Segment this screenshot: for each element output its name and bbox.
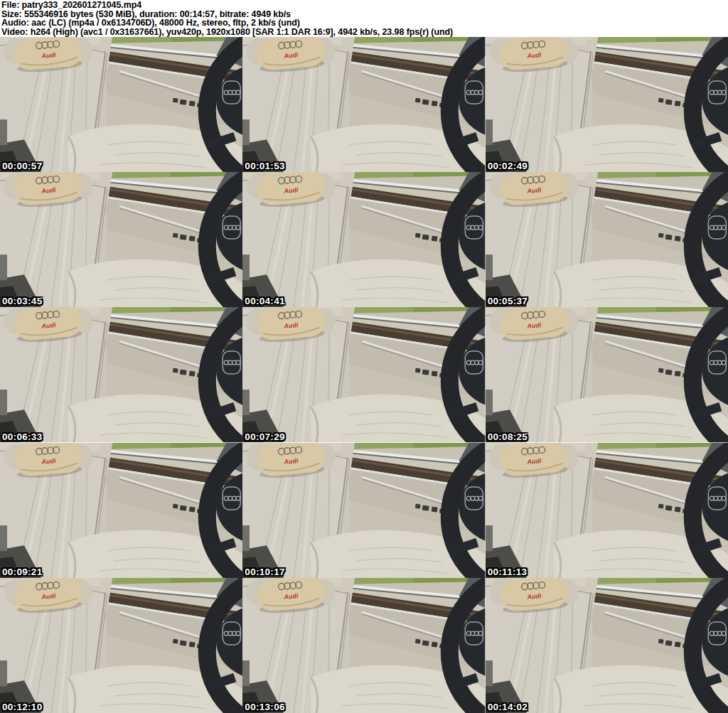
video-thumbnail[interactable]: 00:13:06: [242, 578, 485, 713]
thumbnail-image: [242, 578, 485, 713]
video-thumbnail[interactable]: 00:14:02: [486, 578, 728, 713]
thumbnail-image: [0, 307, 242, 442]
timestamp-overlay: 00:04:41: [245, 296, 284, 306]
file-info-line: File: patry333_202601271045.mp4: [1, 1, 728, 10]
timestamp-overlay: 00:00:57: [2, 161, 42, 171]
timestamp-overlay: 00:11:13: [488, 567, 528, 577]
thumbnail-image: [242, 443, 485, 578]
timestamp-overlay: 00:06:33: [2, 431, 42, 442]
timestamp-overlay: 00:14:02: [488, 702, 528, 712]
thumbnail-image: [242, 37, 485, 172]
video-thumbnail[interactable]: 00:08:25: [486, 307, 728, 442]
video-thumbnail[interactable]: 00:07:29: [242, 307, 485, 442]
video-thumbnail[interactable]: 00:03:45: [0, 172, 242, 307]
timestamp-overlay: 00:08:25: [488, 431, 528, 442]
thumbnail-image: [0, 578, 242, 713]
video-thumbnail[interactable]: 00:06:33: [0, 307, 242, 442]
audio-info-line: Audio: aac (LC) (mp4a / 0x6134706D), 480…: [1, 18, 728, 28]
thumbnail-image: [0, 443, 242, 578]
thumbnail-grid: 00:00:57 00:01:53 00:02:49 00:03:45 00:0…: [0, 37, 728, 713]
timestamp-overlay: 00:05:37: [488, 296, 528, 306]
thumbnail-image: [486, 172, 728, 307]
timestamp-overlay: 00:09:21: [2, 567, 42, 577]
thumbnail-image: [0, 172, 242, 307]
video-thumbnail[interactable]: 00:11:13: [486, 443, 728, 578]
thumbnail-image: [486, 37, 728, 172]
video-thumbnail[interactable]: 00:01:53: [242, 37, 485, 172]
timestamp-overlay: 00:02:49: [488, 161, 528, 171]
video-thumbnail[interactable]: 00:12:10: [0, 578, 242, 713]
thumbnail-image: [486, 443, 728, 578]
video-info-line: Video: h264 (High) (avc1 / 0x31637661), …: [1, 28, 728, 37]
timestamp-overlay: 00:03:45: [2, 296, 42, 306]
media-info-header: File: patry333_202601271045.mp4 Size: 55…: [0, 0, 728, 37]
video-thumbnail[interactable]: 00:05:37: [486, 172, 728, 307]
timestamp-overlay: 00:01:53: [245, 161, 284, 171]
video-thumbnail[interactable]: 00:10:17: [242, 443, 485, 578]
timestamp-overlay: 00:07:29: [245, 431, 284, 442]
video-thumbnail[interactable]: 00:00:57: [0, 37, 242, 172]
thumbnail-image: [242, 172, 485, 307]
timestamp-overlay: 00:13:06: [245, 702, 284, 712]
video-thumbnail[interactable]: 00:09:21: [0, 443, 242, 578]
timestamp-overlay: 00:12:10: [2, 702, 42, 712]
thumbnail-image: [486, 307, 728, 442]
timestamp-overlay: 00:10:17: [245, 567, 284, 577]
video-thumbnail[interactable]: 00:04:41: [242, 172, 485, 307]
video-thumbnail[interactable]: 00:02:49: [486, 37, 728, 172]
thumbnail-image: [242, 307, 485, 442]
thumbnail-image: [0, 37, 242, 172]
thumbnail-image: [486, 578, 728, 713]
